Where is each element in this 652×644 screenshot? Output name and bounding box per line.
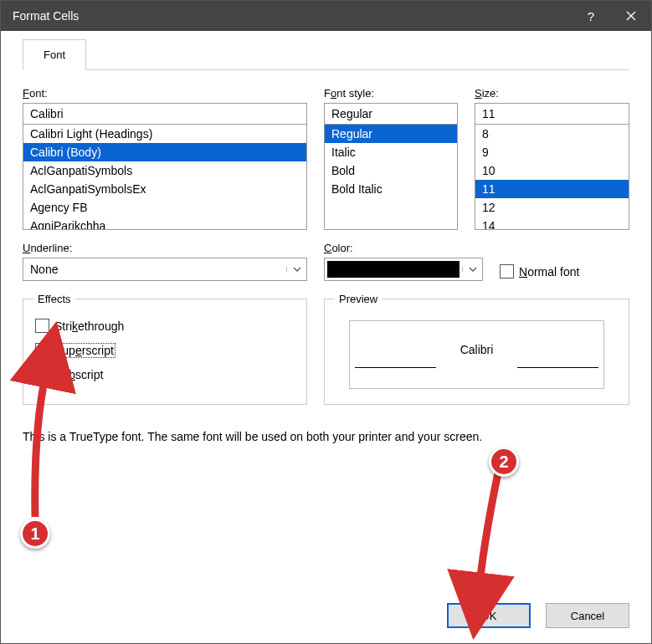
- list-item[interactable]: 9: [475, 143, 629, 161]
- underline-select[interactable]: None: [23, 258, 307, 281]
- effects-group: Effects Strikethrough Superscript: [23, 293, 307, 405]
- underline-value: None: [23, 263, 286, 276]
- chevron-down-icon: [462, 267, 482, 272]
- checkbox-icon: [35, 367, 49, 381]
- close-button[interactable]: [611, 1, 651, 31]
- dialog-actions: OK Cancel: [23, 586, 629, 628]
- preview-baseline: [355, 367, 436, 368]
- list-item[interactable]: Bold: [325, 161, 457, 180]
- close-icon: [626, 11, 636, 21]
- list-item[interactable]: AgniParikchha: [23, 217, 306, 230]
- superscript-label: Superscript: [54, 344, 114, 357]
- preview-sample: Calibri: [460, 343, 494, 356]
- color-label: Color:: [324, 242, 483, 254]
- font-label: Font:: [23, 87, 307, 100]
- strikethrough-label: Strikethrough: [54, 319, 124, 333]
- list-item[interactable]: 12: [475, 198, 629, 217]
- color-swatch: [327, 261, 459, 278]
- list-item[interactable]: Italic: [325, 143, 457, 161]
- normal-font-label: Normal font: [519, 265, 579, 279]
- size-label: Size:: [475, 87, 629, 100]
- subscript-checkbox[interactable]: Subscript: [35, 367, 296, 381]
- format-cells-dialog: Format Cells ? Font Font: Calibri Light …: [0, 0, 652, 644]
- list-item[interactable]: AclGanpatiSymbolsEx: [23, 180, 306, 198]
- underline-label: Underline:: [23, 242, 307, 254]
- preview-baseline: [517, 367, 598, 368]
- ok-button[interactable]: OK: [447, 603, 531, 628]
- effects-legend: Effects: [33, 293, 75, 305]
- list-item[interactable]: Regular: [325, 125, 457, 143]
- size-listbox[interactable]: 8 9 10 11 12 14: [475, 125, 629, 230]
- font-style-label: Font style:: [324, 87, 458, 100]
- list-item[interactable]: 11: [475, 180, 629, 198]
- preview-legend: Preview: [335, 293, 382, 305]
- tab-font[interactable]: Font: [23, 39, 86, 70]
- checkbox-icon: [35, 319, 49, 333]
- preview-box: Calibri: [349, 320, 604, 389]
- list-item[interactable]: AclGanpatiSymbols: [23, 161, 306, 180]
- color-select[interactable]: [324, 258, 483, 281]
- help-button[interactable]: ?: [571, 1, 611, 31]
- checkbox-icon: [35, 343, 49, 357]
- font-style-input[interactable]: [324, 103, 458, 125]
- size-input[interactable]: [475, 103, 629, 125]
- checkbox-icon: [500, 264, 514, 279]
- window-title: Format Cells: [13, 9, 571, 23]
- subscript-label: Subscript: [54, 368, 103, 381]
- list-item[interactable]: 10: [475, 161, 629, 180]
- list-item[interactable]: Agency FB: [23, 198, 306, 217]
- list-item[interactable]: Bold Italic: [325, 180, 457, 198]
- dialog-content: Font Font: Calibri Light (Headings) Cali…: [1, 31, 651, 643]
- list-item[interactable]: Calibri (Body): [23, 143, 306, 161]
- tab-strip: Font: [23, 39, 629, 70]
- font-input[interactable]: [23, 103, 307, 125]
- list-item[interactable]: 8: [475, 125, 629, 143]
- font-listbox[interactable]: Calibri Light (Headings) Calibri (Body) …: [23, 125, 307, 230]
- list-item[interactable]: 14: [475, 217, 629, 230]
- preview-group: Preview Calibri: [324, 293, 629, 405]
- normal-font-checkbox[interactable]: Normal font: [500, 264, 579, 279]
- list-item[interactable]: Calibri Light (Headings): [23, 125, 306, 143]
- cancel-button[interactable]: Cancel: [546, 603, 629, 628]
- font-style-listbox[interactable]: Regular Italic Bold Bold Italic: [324, 125, 458, 230]
- chevron-down-icon: [286, 267, 306, 272]
- superscript-checkbox[interactable]: Superscript: [35, 343, 296, 357]
- strikethrough-checkbox[interactable]: Strikethrough: [35, 319, 296, 333]
- titlebar: Format Cells ?: [1, 1, 651, 31]
- truetype-note: This is a TrueType font. The same font w…: [23, 430, 629, 443]
